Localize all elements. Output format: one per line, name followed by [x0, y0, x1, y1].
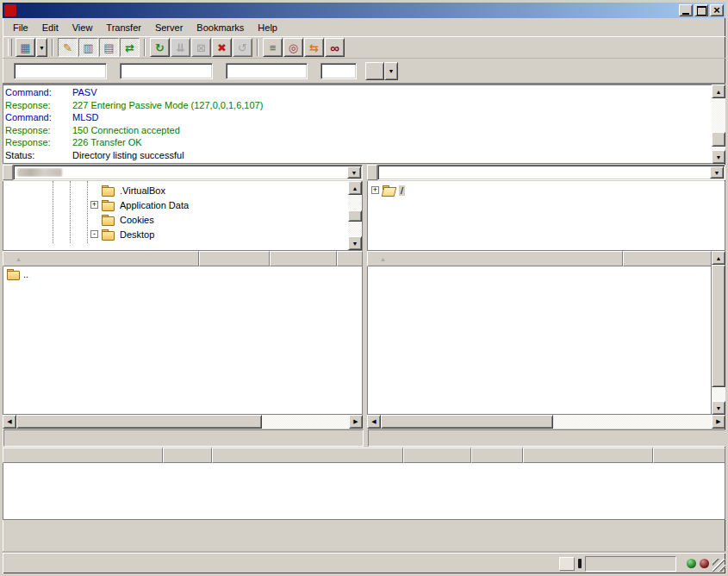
- column-header-lastmodified[interactable]: [337, 251, 363, 266]
- column-header-filesize[interactable]: [623, 251, 712, 266]
- remote-site-combobox[interactable]: ▼: [377, 165, 725, 180]
- refresh-button[interactable]: ↻: [150, 38, 170, 57]
- disconnect-button[interactable]: ✖: [212, 38, 232, 57]
- filezilla-logo-icon: [4, 4, 16, 16]
- folder-icon: [102, 199, 115, 211]
- remote-list-scrollbar[interactable]: [712, 251, 725, 415]
- scroll-down-icon[interactable]: [348, 236, 362, 250]
- password-input[interactable]: [226, 63, 308, 79]
- site-manager-dropdown[interactable]: ▼: [36, 38, 47, 57]
- scroll-up-icon[interactable]: [712, 85, 725, 98]
- scroll-left-icon[interactable]: [367, 415, 381, 429]
- cancel-operation-button[interactable]: ⊠: [191, 38, 211, 57]
- scrollbar-thumb[interactable]: [381, 415, 553, 429]
- column-header-priority[interactable]: [471, 448, 523, 463]
- toggle-queue-button[interactable]: ⇄: [120, 38, 140, 57]
- local-directory-tree: .VirtualBox Application Data: [3, 181, 348, 250]
- minimize-button[interactable]: [679, 4, 693, 16]
- quickconnect-dropdown[interactable]: ▼: [384, 62, 398, 80]
- menu-item[interactable]: Bookmarks: [190, 21, 251, 34]
- tree-item-cookies[interactable]: Cookies: [3, 212, 348, 227]
- username-input[interactable]: [120, 63, 213, 79]
- scroll-down-icon[interactable]: [712, 150, 725, 164]
- remote-list-header: ▲: [367, 251, 712, 266]
- encryption-indicator-icon[interactable]: [578, 559, 582, 568]
- scrollbar-thumb[interactable]: [348, 210, 362, 222]
- column-header-remote-file[interactable]: [212, 448, 403, 463]
- toggle-message-log-button[interactable]: ✎: [58, 38, 78, 57]
- local-site-pane: ▼ .VirtualBox: [3, 164, 363, 251]
- activity-led-green-icon: [687, 559, 696, 568]
- scrollbar-thumb[interactable]: [712, 132, 725, 147]
- local-file-list: ..: [3, 266, 363, 415]
- tree-expander-icon[interactable]: [371, 186, 379, 194]
- tree-item-application-data[interactable]: Application Data: [3, 197, 348, 212]
- toggle-local-tree-button[interactable]: ▥: [78, 38, 98, 57]
- datatype-indicator-icon[interactable]: [559, 557, 575, 571]
- menu-item[interactable]: File: [6, 21, 35, 34]
- column-header-filename[interactable]: ▲: [3, 251, 199, 266]
- log-line: Response: 150 Connection accepted: [5, 124, 712, 137]
- site-manager-button[interactable]: ▦: [16, 38, 35, 57]
- scroll-up-icon[interactable]: [712, 251, 725, 265]
- scroll-up-icon[interactable]: [348, 181, 362, 195]
- tree-expander-icon[interactable]: [90, 230, 98, 238]
- tree-expander-icon[interactable]: [90, 201, 98, 209]
- filezilla-window: FileEditViewTransferServerBookmarksHelp …: [0, 0, 728, 576]
- menu-item[interactable]: Transfer: [99, 21, 148, 34]
- column-header-server-local-file[interactable]: [3, 448, 163, 463]
- ..[interactable]: ..: [3, 266, 362, 281]
- scroll-down-icon[interactable]: [712, 401, 725, 415]
- quickconnect-button[interactable]: [365, 62, 384, 80]
- close-button[interactable]: [710, 4, 724, 16]
- maximize-button[interactable]: [694, 4, 708, 16]
- scroll-right-icon[interactable]: [712, 415, 725, 429]
- log-line: Status: Directory listing successful: [5, 149, 712, 162]
- log-scrollbar[interactable]: [712, 85, 725, 164]
- scrollbar-thumb[interactable]: [16, 415, 262, 429]
- column-header-filesize[interactable]: [199, 251, 270, 266]
- tree-item-root[interactable]: /: [368, 183, 725, 197]
- column-header-filename[interactable]: ▲: [367, 251, 623, 266]
- toolbar-sep: [257, 39, 258, 56]
- transfer-queue-list[interactable]: [3, 463, 725, 520]
- host-input[interactable]: [14, 63, 107, 79]
- local-list-hscrollbar[interactable]: [3, 415, 363, 429]
- filter-button[interactable]: ≡: [263, 38, 283, 57]
- synchronized-browsing-button[interactable]: ⇆: [304, 38, 324, 57]
- scroll-right-icon[interactable]: [349, 415, 363, 429]
- status-bar: [3, 553, 725, 573]
- column-header-direction[interactable]: [163, 448, 212, 463]
- find-files-button[interactable]: ∞: [325, 38, 345, 57]
- toggle-remote-tree-button[interactable]: ▤: [99, 38, 119, 57]
- menu-item[interactable]: Edit: [35, 21, 65, 34]
- column-header-filetype[interactable]: [270, 251, 337, 266]
- menu-bar: FileEditViewTransferServerBookmarksHelp: [3, 18, 725, 36]
- local-site-combobox[interactable]: ▼: [13, 165, 363, 180]
- menu-item[interactable]: Server: [148, 21, 190, 34]
- reconnect-button[interactable]: ↺: [233, 38, 252, 57]
- toolbar: ▦▼✎▥▤⇄↻⇊⊠✖↺≡◎⇆∞: [3, 36, 725, 59]
- scroll-left-icon[interactable]: [3, 415, 16, 429]
- remote-list-hscrollbar[interactable]: [367, 415, 725, 429]
- redacted-username: [17, 168, 62, 177]
- tree-item-desktop[interactable]: Desktop: [3, 227, 348, 241]
- sort-ascending-icon: ▲: [380, 256, 386, 262]
- process-queue-button[interactable]: ⇊: [171, 38, 190, 57]
- local-tree-scrollbar[interactable]: [348, 181, 362, 250]
- combo-dropdown-icon[interactable]: ▼: [710, 166, 724, 178]
- scrollbar-thumb[interactable]: [712, 265, 725, 387]
- menu-item[interactable]: Help: [251, 21, 284, 34]
- folder-icon: [7, 268, 20, 280]
- column-header-status[interactable]: [523, 448, 653, 463]
- remote-selection-status: [368, 429, 726, 447]
- remote-file-list-pane: ▲: [367, 251, 725, 415]
- column-header-size[interactable]: [403, 448, 471, 463]
- port-input[interactable]: [320, 63, 357, 79]
- directory-comparison-button[interactable]: ◎: [283, 38, 303, 57]
- tree-item-virtualbox[interactable]: .VirtualBox: [3, 183, 348, 197]
- combo-dropdown-icon[interactable]: ▼: [347, 166, 361, 178]
- resize-grip[interactable]: [712, 559, 725, 572]
- queue-tabs: [3, 520, 725, 538]
- menu-item[interactable]: View: [65, 21, 100, 34]
